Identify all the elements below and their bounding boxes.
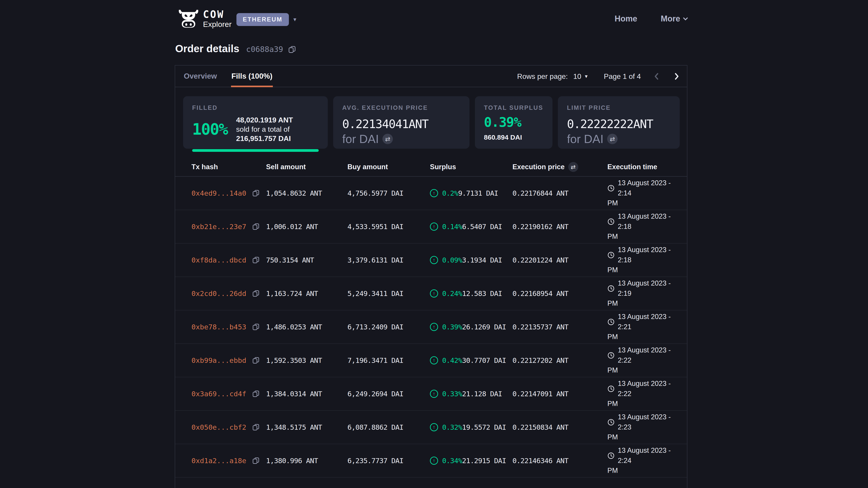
tx-hash-link[interactable]: 0xd1a2...a18e xyxy=(191,457,246,465)
invert-price-button[interactable]: ⇄ xyxy=(607,134,618,144)
network-selector[interactable]: ETHEREUM ▼ xyxy=(237,13,297,26)
execution-time-line2: PM xyxy=(608,265,680,275)
copy-tx-hash-button[interactable] xyxy=(252,357,259,364)
execution-price: 0.22147091 ANT xyxy=(513,390,608,398)
surplus-up-arrow-icon: ↑ xyxy=(430,356,438,364)
surplus-percent: 0.2% xyxy=(442,189,458,197)
rows-per-page-select[interactable]: 10 ▼ xyxy=(573,72,588,80)
network-badge[interactable]: ETHEREUM xyxy=(237,13,289,26)
surplus-amount: 19.5572 DAI xyxy=(462,423,506,431)
sell-amount: 1,380.996 ANT xyxy=(266,457,347,465)
tx-hash-link[interactable]: 0xbe78...b453 xyxy=(191,323,246,331)
tx-hash-link[interactable]: 0x3a69...cd4f xyxy=(191,390,246,398)
execution-time-line1: 13 August 2023 - 2:19 xyxy=(618,278,680,299)
surplus-amount: 21.128 DAI xyxy=(462,390,502,398)
table-row: 0x050e...cbf2 1,348.5175 ANT 6,087.8862 … xyxy=(175,411,687,444)
execution-time-line2: PM xyxy=(608,332,680,342)
copy-tx-hash-button[interactable] xyxy=(252,424,259,431)
copy-tx-hash-button[interactable] xyxy=(252,190,259,197)
copy-order-id-button[interactable] xyxy=(288,46,296,53)
cow-explorer-logo[interactable]: COW Explorer xyxy=(178,9,232,28)
network-caret-icon: ▼ xyxy=(292,17,298,23)
invert-execution-price-button[interactable]: ⇄ xyxy=(568,162,578,172)
invert-price-button[interactable]: ⇄ xyxy=(382,134,393,144)
copy-tx-hash-button[interactable] xyxy=(252,223,259,230)
execution-time-line2: PM xyxy=(608,399,680,409)
col-execution-price: Execution price ⇄ xyxy=(513,162,608,172)
surplus-amount: 30.7707 DAI xyxy=(462,356,506,364)
surplus-cell: ↑ 0.2% 9.7131 DAI xyxy=(430,189,513,197)
copy-tx-hash-button[interactable] xyxy=(252,290,259,297)
top-header: COW Explorer ETHEREUM ▼ Home More xyxy=(0,0,868,37)
surplus-up-arrow-icon: ↑ xyxy=(430,223,438,231)
copy-tx-hash-button[interactable] xyxy=(252,457,259,464)
execution-time: 13 August 2023 - 2:14 PM xyxy=(608,178,680,208)
tx-hash-link[interactable]: 0xf8da...dbcd xyxy=(191,256,246,264)
execution-time: 13 August 2023 - 2:19 PM xyxy=(608,278,680,309)
surplus-amount: 9.7131 DAI xyxy=(458,189,498,197)
nav-more-link[interactable]: More xyxy=(661,14,687,24)
surplus-cell: ↑ 0.42% 30.7707 DAI xyxy=(430,356,513,364)
limit-price-unit: for DAI xyxy=(567,132,603,146)
clock-icon xyxy=(608,185,615,192)
nav-home-link[interactable]: Home xyxy=(615,14,637,24)
tab-overview[interactable]: Overview xyxy=(183,66,217,87)
execution-time-line1: 13 August 2023 - 2:21 xyxy=(618,312,680,332)
surplus-percent: 0.34% xyxy=(442,457,462,465)
copy-tx-hash-button[interactable] xyxy=(252,323,259,330)
clock-icon xyxy=(608,385,615,392)
limit-price-label: LIMIT PRICE xyxy=(567,104,671,111)
tx-hash-link[interactable]: 0x2cd0...26dd xyxy=(191,289,246,297)
surplus-percent: 0.33% xyxy=(442,390,462,398)
surplus-percent: 0.09% xyxy=(442,256,462,264)
buy-amount: 6,235.7737 DAI xyxy=(347,457,430,465)
buy-amount: 6,087.8862 DAI xyxy=(347,423,430,431)
sell-amount: 1,006.012 ANT xyxy=(266,223,347,231)
table-row: 0xbe78...b453 1,486.0253 ANT 6,713.2409 … xyxy=(175,311,687,344)
copy-icon xyxy=(252,290,259,297)
execution-price: 0.22190162 ANT xyxy=(513,223,608,231)
tab-fills[interactable]: Fills (100%) xyxy=(231,66,273,87)
table-row: 0xb21e...23e7 1,006.012 ANT 4,533.5951 D… xyxy=(175,210,687,243)
avg-execution-price-label: AVG. EXECUTION PRICE xyxy=(342,104,460,111)
surplus-up-arrow-icon: ↑ xyxy=(430,457,438,465)
copy-icon xyxy=(288,46,296,53)
execution-time: 13 August 2023 - 2:22 PM xyxy=(608,379,680,409)
tx-hash-link[interactable]: 0xb99a...ebbd xyxy=(191,356,246,364)
execution-time: 13 August 2023 - 2:21 PM xyxy=(608,312,680,342)
next-page-button[interactable] xyxy=(673,72,681,80)
copy-icon xyxy=(252,357,259,364)
filled-amount: 48,020.1919 ANT xyxy=(236,116,319,125)
limit-price-card: LIMIT PRICE 0.22222222ANT for DAI ⇄ xyxy=(558,96,680,149)
execution-price: 0.22150834 ANT xyxy=(513,423,608,431)
tx-hash-link[interactable]: 0x050e...cbf2 xyxy=(191,423,246,431)
copy-icon xyxy=(252,390,259,397)
execution-price: 0.22135737 ANT xyxy=(513,323,608,331)
avg-execution-price-card: AVG. EXECUTION PRICE 0.22134041ANT for D… xyxy=(333,96,469,149)
surplus-up-arrow-icon: ↑ xyxy=(430,423,438,431)
surplus-cell: ↑ 0.09% 3.1934 DAI xyxy=(430,256,513,264)
tx-hash-link[interactable]: 0x4ed9...14a0 xyxy=(191,189,246,197)
total-surplus-label: TOTAL SURPLUS xyxy=(484,104,544,111)
clock-icon xyxy=(608,352,615,359)
buy-amount: 6,249.2694 DAI xyxy=(347,390,430,398)
execution-time: 13 August 2023 - 2:18 PM xyxy=(608,245,680,275)
previous-page-button[interactable] xyxy=(653,72,661,80)
buy-amount: 6,713.2409 DAI xyxy=(347,323,430,331)
logo-subtitle: Explorer xyxy=(203,20,232,28)
buy-amount: 4,533.5951 DAI xyxy=(347,223,430,231)
tx-hash-link[interactable]: 0xb21e...23e7 xyxy=(191,223,246,231)
execution-time: 13 August 2023 - 2:23 PM xyxy=(608,412,680,443)
table-row: 0x3a69...cd4f 1,384.0314 ANT 6,249.2694 … xyxy=(175,377,687,411)
table-row: 0x2cd0...26dd 1,163.724 ANT 5,249.3411 D… xyxy=(175,277,687,311)
copy-icon xyxy=(252,424,259,431)
execution-time-line2: PM xyxy=(608,365,680,376)
copy-tx-hash-button[interactable] xyxy=(252,390,259,397)
order-id: c0688a39 xyxy=(246,45,283,54)
surplus-up-arrow-icon: ↑ xyxy=(430,289,438,297)
tab-bar: Overview Fills (100%) Rows per page: 10 … xyxy=(175,66,687,87)
execution-time-line2: PM xyxy=(608,432,680,442)
execution-time-line2: PM xyxy=(608,232,680,242)
copy-tx-hash-button[interactable] xyxy=(252,256,259,264)
filled-percent: 100% xyxy=(192,120,228,138)
